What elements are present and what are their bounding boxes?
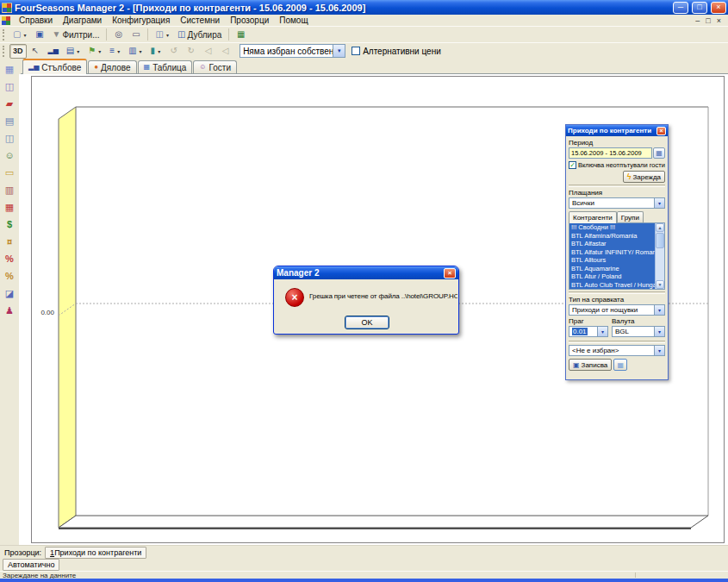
- card-person-button[interactable]: ◪: [2, 286, 17, 300]
- automatic-button[interactable]: Автоматично: [3, 559, 59, 571]
- cylinder-icon: ▮: [151, 47, 156, 55]
- chevron-down-icon: ▾: [165, 32, 170, 38]
- toolbar-grip[interactable]: [3, 46, 6, 57]
- restore-button[interactable]: □: [692, 2, 707, 14]
- minimize-button[interactable]: ─: [673, 2, 688, 14]
- discount-button[interactable]: %: [2, 252, 17, 266]
- sound-off-button[interactable]: ◁: [217, 44, 233, 59]
- sound-button[interactable]: ◁: [200, 44, 216, 59]
- three-d-toggle[interactable]: 3D: [9, 44, 27, 59]
- v-gridlines-button[interactable]: ▥ ▾: [125, 44, 146, 59]
- saved-report-combobox[interactable]: <Не е избран> ▾: [569, 345, 665, 356]
- pointer-button[interactable]: ↖: [28, 44, 44, 59]
- tab-guests[interactable]: ☺ Гости: [193, 60, 237, 73]
- payments-combobox[interactable]: Всички ▾: [569, 197, 665, 209]
- ok-button[interactable]: OK: [345, 316, 389, 329]
- tax-button[interactable]: %: [2, 269, 17, 283]
- mdi-close-button[interactable]: ×: [717, 16, 721, 25]
- export-excel-button[interactable]: ▦: [233, 28, 249, 42]
- alt-prices-checkbox-row[interactable]: Алтернативни цени: [352, 47, 441, 56]
- copy-button[interactable]: ◫ ▾: [152, 28, 172, 42]
- save-button[interactable]: ▣: [31, 28, 47, 42]
- tab-groups[interactable]: Групи: [617, 211, 644, 222]
- currency-combobox[interactable]: BGL ▾: [612, 326, 665, 337]
- menu-help[interactable]: Помощ: [274, 15, 313, 26]
- print-preview-button[interactable]: ◎: [110, 28, 127, 42]
- copy-card-button[interactable]: ◫: [2, 131, 17, 145]
- grid-red-icon: ▦: [5, 203, 14, 212]
- owner-combobox[interactable]: Няма избран собственици ▾: [240, 44, 345, 58]
- menu-charts[interactable]: Диаграми: [58, 15, 107, 26]
- load-button[interactable]: ϟ Зарежда: [623, 171, 665, 183]
- calculator-button[interactable]: ▤: [2, 114, 17, 128]
- print-button[interactable]: ▭: [128, 28, 144, 42]
- guests-button[interactable]: ☺: [2, 148, 17, 162]
- scroll-up-button[interactable]: ▲: [656, 223, 664, 232]
- threshold-combobox[interactable]: 0.01 ▾: [569, 326, 608, 337]
- mdi-restore-button[interactable]: □: [706, 16, 710, 25]
- labels-button[interactable]: ⚑ ▾: [84, 44, 105, 59]
- folder-button[interactable]: ▭: [2, 166, 17, 179]
- list-item[interactable]: BTL Atur / Poland: [569, 272, 655, 281]
- close-button[interactable]: ×: [711, 2, 726, 14]
- tab-contractors[interactable]: Контрагенти: [569, 211, 617, 223]
- legend-button[interactable]: ▤ ▾: [63, 44, 84, 59]
- new-button[interactable]: ▢ ▾: [9, 28, 30, 42]
- report-type-combobox[interactable]: Приходи от нощувки ▾: [569, 304, 665, 316]
- error-dialog-close-button[interactable]: ×: [444, 268, 456, 278]
- room-cards-button[interactable]: ▦: [2, 62, 17, 76]
- dollar-icon: $: [7, 220, 12, 229]
- mdi-minimize-button[interactable]: –: [695, 16, 700, 25]
- manage-reports-button[interactable]: ▦: [613, 359, 627, 371]
- guest-pen-button[interactable]: ♟: [2, 304, 17, 317]
- scrollbar-thumb[interactable]: [656, 233, 664, 248]
- panel-titlebar[interactable]: Приходи по контрагенти ×: [566, 125, 668, 136]
- tab-pie-label: Дялове: [101, 63, 130, 72]
- guest-icon: ☺: [199, 64, 206, 71]
- payments-button[interactable]: $: [2, 217, 17, 231]
- chart-button[interactable]: ▰: [2, 97, 17, 110]
- rotate-left-button[interactable]: ↺: [165, 44, 182, 59]
- window-button-revenue[interactable]: 1 Приходи по контрагенти: [45, 547, 146, 559]
- card-transfer-button[interactable]: ◫: [2, 79, 17, 93]
- scroll-down-button[interactable]: ▼: [656, 280, 664, 289]
- include-guests-row[interactable]: ✓ Включва неотпътували гости: [569, 161, 665, 169]
- panel-close-button[interactable]: ×: [656, 127, 666, 135]
- ledger-button[interactable]: ▥: [2, 183, 17, 197]
- calendar-button[interactable]: ▦: [653, 147, 665, 159]
- toolbar-grip[interactable]: [3, 29, 6, 41]
- list-item[interactable]: BTL Alfastar: [569, 240, 655, 248]
- list-item[interactable]: BTL Auto Club Travel / Hunga: [569, 281, 655, 290]
- bar-style-button[interactable]: ▮ ▾: [147, 44, 165, 59]
- tab-bars[interactable]: ▂▅ Стълбове: [22, 59, 87, 74]
- duplicate-button[interactable]: ◫ Дублира: [174, 28, 225, 42]
- list-item[interactable]: !!! Свободни !!!: [569, 223, 655, 232]
- guest-pen-icon: ♟: [5, 306, 14, 316]
- save-report-button[interactable]: ▣ Записва: [569, 359, 612, 371]
- menu-windows[interactable]: Прозорци: [225, 15, 274, 26]
- tab-table[interactable]: ▦ Таблица: [138, 60, 193, 73]
- filters-button[interactable]: ▼ Филтри...: [48, 28, 103, 42]
- list-item[interactable]: BTL Alfatur INFINITY/ Romani: [569, 248, 655, 257]
- list-item[interactable]: BTL Alfamina/Romania: [569, 232, 655, 241]
- list-item[interactable]: BTL Alltours: [569, 256, 655, 265]
- menu-system[interactable]: Системни: [175, 15, 225, 26]
- alt-prices-checkbox[interactable]: [352, 47, 360, 55]
- menu-reports[interactable]: Справки: [14, 15, 58, 26]
- list-scrollbar[interactable]: ▲ ▼: [655, 223, 664, 289]
- period-field[interactable]: 15.06.2009 - 15.06.2009: [569, 147, 652, 159]
- period-label: Период: [569, 139, 665, 147]
- mini-chart-button[interactable]: ▂▅: [45, 44, 62, 59]
- currency-button[interactable]: ¤: [2, 235, 17, 248]
- chart-icon: ▰: [6, 99, 13, 109]
- rotate-right-button[interactable]: ↻: [183, 44, 199, 59]
- contractor-listbox: !!! Свободни !!! BTL Alfamina/Romania BT…: [569, 222, 665, 290]
- include-guests-checkbox[interactable]: ✓: [569, 161, 576, 169]
- list-item[interactable]: BTL Aquamarine: [569, 265, 655, 273]
- menu-configuration[interactable]: Конфигурация: [107, 15, 175, 26]
- grid-button[interactable]: ▦: [2, 200, 17, 214]
- tab-pie[interactable]: ● Дялове: [88, 60, 136, 73]
- guests-icon: ☺: [4, 151, 14, 160]
- calendar-icon: ▦: [656, 149, 663, 157]
- h-gridlines-button[interactable]: ≡ ▾: [106, 44, 124, 59]
